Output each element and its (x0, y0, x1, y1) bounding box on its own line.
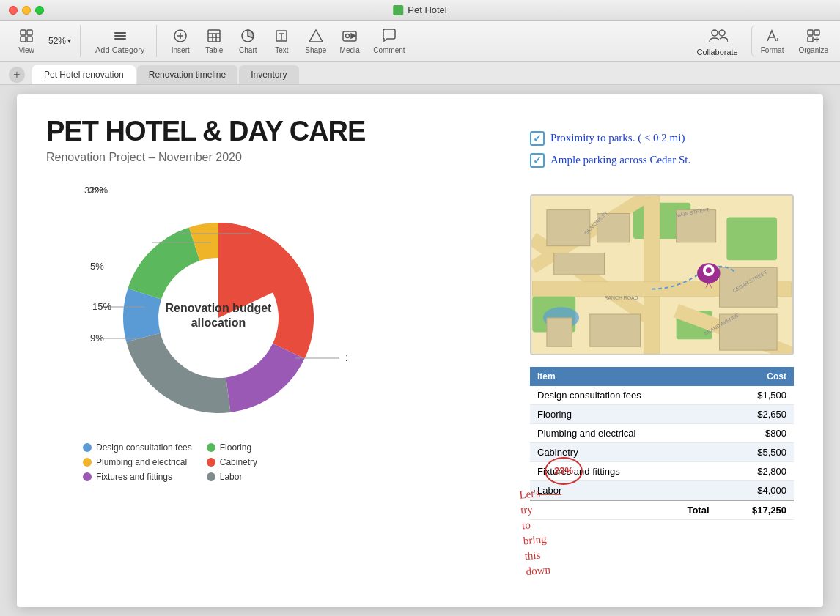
svg-text:RANCH ROAD: RANCH ROAD (604, 295, 638, 300)
media-button[interactable]: Media (334, 25, 366, 57)
table-total-label: Total (530, 500, 717, 520)
maximize-button[interactable] (35, 6, 44, 15)
table-cell-item: Design consultation fees (530, 386, 717, 405)
insert-group: Insert Table Chart T (160, 25, 415, 57)
svg-rect-26 (808, 30, 813, 35)
view-button[interactable]: View (10, 25, 43, 57)
comment-button[interactable]: Comment (367, 25, 410, 57)
svg-marker-19 (309, 30, 323, 42)
table-cell-cost: $800 (717, 423, 795, 442)
main-content: PET HOTEL & DAY CARE Renovation Project … (0, 85, 840, 616)
organize-button[interactable]: Organize (792, 25, 834, 57)
segment-flooring (128, 228, 199, 300)
svg-text:5%: 5% (90, 261, 104, 272)
document-subtitle: Renovation Project – November 2020 (46, 151, 501, 164)
svg-text:9%: 9% (90, 333, 104, 344)
svg-text:allocation: allocation (191, 316, 246, 329)
table-cell-cost: $1,500 (717, 386, 795, 405)
segment-labor (126, 333, 230, 413)
chart-button[interactable]: Chart (232, 25, 264, 57)
table-button[interactable]: Table (198, 25, 230, 57)
legend-dot-2 (83, 472, 92, 481)
collaborate-button[interactable]: Collaborate (689, 23, 745, 59)
annotation-item-0: ✓ Proximity to parks. ( < 0·2 mi) (530, 131, 794, 146)
table-cell-cost: $2,650 (717, 404, 795, 423)
svg-rect-10 (208, 30, 220, 42)
annotation-text-1: Ample parking across Cedar St. (550, 154, 690, 166)
legend-dot-4 (207, 458, 215, 467)
svg-rect-53 (720, 267, 778, 307)
add-category-group: Add Category (84, 25, 157, 57)
table-total-row: Total $17,250 (530, 500, 794, 520)
svg-rect-56 (590, 314, 641, 346)
circle-annotation: 23% (545, 457, 583, 485)
svg-text:15%: 15% (92, 301, 111, 312)
svg-text:16%: 16% (345, 352, 347, 363)
segment-fixtures (226, 344, 304, 412)
svg-rect-48 (644, 196, 660, 354)
tab-inventory[interactable]: Inventory (239, 65, 298, 84)
document-canvas: PET HOTEL & DAY CARE Renovation Project … (17, 94, 823, 607)
map-image: GILMORE ST. MAIN STREET CEDAR STREET RAN… (530, 194, 794, 355)
svg-rect-0 (21, 30, 26, 35)
table-cell-item: Flooring (530, 404, 717, 423)
annotation-text-0: Proximity to parks. ( < 0·2 mi) (550, 132, 685, 144)
table-cell-cost: $2,800 (717, 461, 795, 480)
insert-button[interactable]: Insert (164, 25, 196, 57)
view-zoom-group: View 52% ▾ (6, 25, 81, 57)
tab-renovation-timeline[interactable]: Renovation timeline (137, 65, 237, 84)
table-cell-cost: $5,500 (717, 442, 795, 461)
table-cell-item: Plumbing and electrical (530, 423, 717, 442)
donut-chart-svg: Renovation budget allocation 16% 15% 9% (90, 193, 347, 442)
svg-rect-6 (114, 38, 126, 40)
svg-rect-50 (547, 209, 590, 245)
legend-item-1: Plumbing and electrical (83, 457, 192, 467)
table-row: Plumbing and electrical $800 (530, 423, 794, 442)
svg-rect-54 (554, 253, 605, 274)
traffic-lights (9, 6, 44, 15)
svg-rect-3 (27, 37, 32, 42)
add-category-button[interactable]: Add Category (88, 25, 152, 57)
toolbar: View 52% ▾ Add Category Insert (0, 21, 840, 62)
svg-point-23 (719, 30, 725, 36)
donut-chart[interactable]: 32% (46, 179, 369, 457)
svg-text:Renovation budget: Renovation budget (166, 302, 273, 314)
svg-rect-28 (808, 37, 813, 42)
annotations-area: ✓ Proximity to parks. ( < 0·2 mi) ✓ Ampl… (530, 124, 794, 182)
text-button[interactable]: Text (265, 25, 298, 57)
svg-rect-1 (27, 30, 32, 35)
svg-rect-5 (114, 35, 126, 37)
svg-rect-44 (726, 217, 777, 260)
legend-dot-5 (207, 472, 215, 481)
svg-point-65 (706, 267, 712, 273)
format-button[interactable]: Format (751, 25, 790, 57)
add-sheet-button[interactable]: + (9, 67, 25, 83)
table-total-value: $17,250 (717, 500, 795, 520)
cost-table: Item Cost Design consultation fees $1,50… (530, 367, 794, 520)
table-cell-cost: $4,000 (717, 480, 795, 500)
legend-item-5: Labor (207, 472, 257, 482)
legend-item-4: Cabinetry (207, 457, 257, 467)
svg-point-22 (712, 30, 718, 36)
svg-point-21 (346, 34, 350, 37)
left-panel: PET HOTEL & DAY CARE Renovation Project … (46, 116, 501, 585)
table-header-item: Item (530, 367, 717, 386)
svg-rect-4 (114, 32, 126, 34)
legend-item-2: Fixtures and fittings (83, 472, 192, 482)
window-title: Pet Hotel (393, 4, 446, 15)
tab-pet-hotel-renovation[interactable]: Pet Hotel renovation (32, 65, 136, 84)
svg-rect-55 (547, 317, 572, 346)
checkbox-0[interactable]: ✓ (530, 131, 545, 146)
shape-button[interactable]: Shape (299, 25, 332, 57)
minimize-button[interactable] (22, 6, 31, 15)
title-bar: Pet Hotel (0, 0, 840, 21)
annotation-item-1: ✓ Ample parking across Cedar St. (530, 153, 794, 168)
table-row: Design consultation fees $1,500 (530, 386, 794, 405)
table-header-cost: Cost (717, 367, 795, 386)
svg-rect-27 (814, 30, 819, 35)
close-button[interactable] (9, 6, 18, 15)
zoom-control[interactable]: 52% ▾ (44, 33, 75, 49)
doc-icon (393, 5, 403, 15)
document-title: PET HOTEL & DAY CARE (46, 116, 501, 147)
checkbox-1[interactable]: ✓ (530, 153, 545, 168)
